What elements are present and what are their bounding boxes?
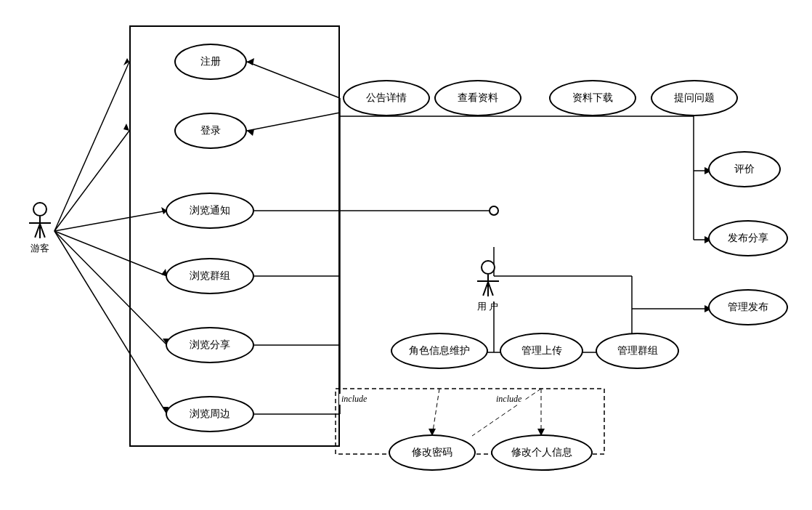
usecase-browse-notice: 浏览通知 [166,193,254,229]
user-label: 用 户 [477,300,498,313]
usecase-download: 资料下载 [549,80,636,116]
usecase-browse-share: 浏览分享 [166,327,254,363]
system-box [129,25,340,447]
svg-line-2 [54,131,129,231]
guest-leg-left [39,224,46,238]
actor-guest: 游客 [31,202,49,255]
user-leg-right [482,282,489,296]
usecase-manage-post: 管理发布 [708,289,788,325]
include-label-2: include [494,394,524,405]
guest-leg-right [34,224,41,238]
usecase-register: 注册 [174,44,247,80]
guest-head [33,202,47,216]
svg-point-57 [490,206,498,215]
svg-line-45 [432,389,439,436]
usecase-browse-nearby: 浏览周边 [166,396,254,432]
usecase-role-maintain: 角色信息维护 [391,333,488,369]
user-head [481,260,495,275]
usecase-announcement: 公告详情 [343,80,430,116]
usecase-evaluate: 评价 [708,151,781,187]
actor-user: 用 户 [477,260,498,313]
usecase-post-share: 发布分享 [708,220,788,256]
usecase-browse-group: 浏览群组 [166,258,254,294]
diagram: 游客 用 户 注册 登录 浏览通知 浏览群组 浏览分享 浏览周边 公告详情 查看… [0,0,812,510]
usecase-manage-group: 管理群组 [596,333,679,369]
usecase-edit-profile: 修改个人信息 [491,434,593,471]
svg-line-0 [54,62,129,231]
svg-marker-1 [123,58,129,65]
usecase-view-info: 查看资料 [434,80,521,116]
include-label-1: include [339,394,369,405]
usecase-ask-question: 提问问题 [651,80,738,116]
svg-marker-3 [123,124,129,131]
usecase-manage-upload: 管理上传 [500,333,583,369]
usecase-login: 登录 [174,113,247,149]
guest-label: 游客 [31,242,49,255]
usecase-change-password: 修改密码 [389,434,476,471]
